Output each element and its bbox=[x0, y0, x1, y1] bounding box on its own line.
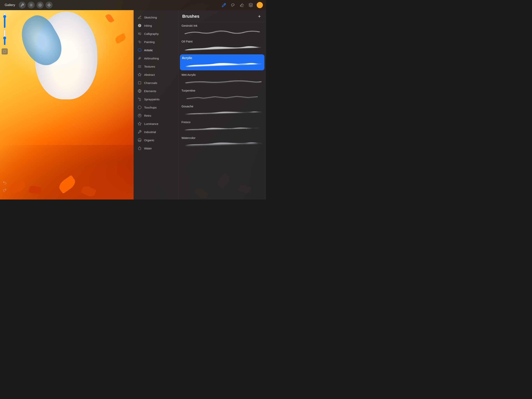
retro-label: Retro bbox=[144, 114, 151, 117]
textures-label: Textures bbox=[144, 65, 155, 68]
category-item-water[interactable]: Water bbox=[133, 144, 178, 152]
category-item-inking[interactable]: Inking bbox=[133, 21, 178, 30]
left-sidebar bbox=[0, 10, 9, 200]
brush-stroke-preview-watercolor bbox=[182, 141, 263, 148]
brush-stroke-preview-gouache bbox=[182, 109, 263, 116]
brush-name-gesinski: Gesinski Ink bbox=[182, 24, 263, 27]
toolbar-left: Gallery bbox=[3, 1, 219, 9]
brush-name-watercolor: Watercolor bbox=[182, 136, 263, 140]
airbrushing-label: Airbrushing bbox=[144, 57, 159, 60]
category-item-painting[interactable]: Painting bbox=[133, 38, 178, 46]
luminance-label: Luminance bbox=[144, 122, 158, 125]
water-icon bbox=[138, 146, 142, 150]
svg-rect-7 bbox=[139, 99, 141, 101]
industrial-label: Industrial bbox=[144, 130, 156, 134]
svg-point-0 bbox=[31, 5, 32, 6]
brush-item-turpentine[interactable]: Turpentine bbox=[178, 87, 266, 103]
brush-list: Brushes + Gesinski Ink Oil Paint bbox=[178, 10, 266, 200]
opacity-slider[interactable] bbox=[2, 13, 7, 28]
inking-label: Inking bbox=[144, 24, 152, 27]
painting-icon bbox=[138, 40, 142, 44]
brush-item-acrylic[interactable]: Acrylic bbox=[180, 54, 265, 70]
category-list: Sketching Inking Calligraphy Painting bbox=[133, 10, 178, 200]
svg-rect-2 bbox=[4, 50, 6, 53]
transform-button[interactable] bbox=[45, 1, 53, 9]
eraser-tool-button[interactable] bbox=[239, 2, 245, 8]
calligraphy-icon bbox=[138, 32, 142, 36]
brush-stroke-preview-acrylic bbox=[182, 61, 262, 68]
sketching-icon bbox=[138, 15, 142, 19]
undo-button[interactable] bbox=[1, 180, 8, 186]
painting-label: Painting bbox=[144, 40, 155, 44]
touchups-icon bbox=[138, 105, 142, 109]
gallery-button[interactable]: Gallery bbox=[3, 2, 17, 8]
brush-name-acrylic: Acrylic bbox=[182, 56, 262, 60]
touchups-label: Touchups bbox=[144, 106, 157, 109]
brush-item-wet-acrylic[interactable]: Wet Acrylic bbox=[178, 71, 266, 87]
category-item-textures[interactable]: Textures bbox=[133, 62, 178, 71]
brushes-title: Brushes bbox=[182, 14, 199, 19]
category-item-luminance[interactable]: Luminance bbox=[133, 120, 178, 128]
brush-name-oil: Oil Paint bbox=[182, 40, 263, 43]
brush-stroke-preview-wet bbox=[182, 77, 263, 85]
elements-icon bbox=[138, 89, 142, 93]
water-label: Water bbox=[144, 147, 152, 150]
brush-item-fresco[interactable]: Fresco bbox=[178, 118, 266, 134]
charcoals-icon bbox=[138, 81, 142, 85]
calligraphy-label: Calligraphy bbox=[144, 32, 159, 35]
brush-list-header: Brushes + bbox=[178, 10, 266, 22]
category-item-organic[interactable]: Organic bbox=[133, 136, 178, 144]
artistic-label: Artistic bbox=[144, 49, 153, 52]
charcoals-label: Charcoals bbox=[144, 81, 157, 84]
abstract-label: Abstract bbox=[144, 73, 155, 76]
category-item-touchups[interactable]: Touchups bbox=[133, 103, 178, 111]
brush-item-oil-paint[interactable]: Oil Paint bbox=[178, 38, 266, 54]
category-item-artistic[interactable]: Artistic bbox=[133, 46, 178, 54]
svg-rect-5 bbox=[138, 81, 141, 84]
category-item-sketching[interactable]: Sketching bbox=[133, 13, 178, 21]
brush-item-gesinski-ink[interactable]: Gesinski Ink bbox=[178, 22, 266, 38]
brush-tool-button[interactable] bbox=[221, 2, 227, 8]
luminance-icon bbox=[138, 122, 142, 126]
brushes-panel: Sketching Inking Calligraphy Painting bbox=[133, 10, 266, 200]
sketching-label: Sketching bbox=[144, 16, 157, 19]
smudge-tool-button[interactable] bbox=[230, 2, 236, 8]
abstract-icon bbox=[138, 72, 142, 77]
category-item-elements[interactable]: Elements bbox=[133, 87, 178, 95]
svg-point-3 bbox=[139, 41, 140, 42]
color-swatch-button[interactable] bbox=[1, 48, 8, 55]
svg-marker-8 bbox=[138, 122, 141, 125]
wrench-button[interactable] bbox=[19, 1, 26, 9]
spraypaints-label: Spraypaints bbox=[144, 98, 159, 101]
category-item-charcoals[interactable]: Charcoals bbox=[133, 79, 178, 87]
smudge-style-button[interactable] bbox=[37, 1, 44, 9]
category-item-spraypaints[interactable]: Spraypaints bbox=[133, 95, 178, 103]
category-item-retro[interactable]: Retro bbox=[133, 111, 178, 120]
size-slider[interactable] bbox=[2, 30, 7, 45]
inking-icon bbox=[138, 23, 142, 28]
category-item-calligraphy[interactable]: Calligraphy bbox=[133, 30, 178, 38]
airbrushing-icon bbox=[138, 56, 142, 60]
add-brush-button[interactable]: + bbox=[257, 14, 262, 19]
layers-button[interactable] bbox=[248, 2, 254, 8]
user-avatar[interactable] bbox=[257, 2, 263, 8]
organic-label: Organic bbox=[144, 139, 154, 142]
category-item-industrial[interactable]: Industrial bbox=[133, 128, 178, 136]
redo-button[interactable] bbox=[1, 187, 8, 193]
brush-name-wet-acrylic: Wet Acrylic bbox=[182, 73, 263, 76]
adjust-button[interactable] bbox=[28, 1, 35, 9]
category-item-airbrushing[interactable]: Airbrushing bbox=[133, 54, 178, 62]
category-item-abstract[interactable]: Abstract bbox=[133, 71, 178, 79]
spraypaints-icon bbox=[138, 97, 142, 101]
retro-icon bbox=[138, 113, 142, 118]
svg-marker-4 bbox=[138, 73, 141, 76]
organic-icon bbox=[138, 138, 142, 142]
toolbar: Gallery bbox=[0, 0, 266, 10]
toolbar-right bbox=[221, 2, 263, 8]
brush-item-watercolor[interactable]: Watercolor bbox=[178, 134, 266, 150]
brush-stroke-preview-turpentine bbox=[182, 93, 263, 101]
brush-item-gouache[interactable]: Gouache bbox=[178, 103, 266, 118]
artistic-icon bbox=[138, 48, 142, 52]
brush-name-fresco: Fresco bbox=[182, 120, 263, 124]
brush-name-gouache: Gouache bbox=[182, 105, 263, 108]
